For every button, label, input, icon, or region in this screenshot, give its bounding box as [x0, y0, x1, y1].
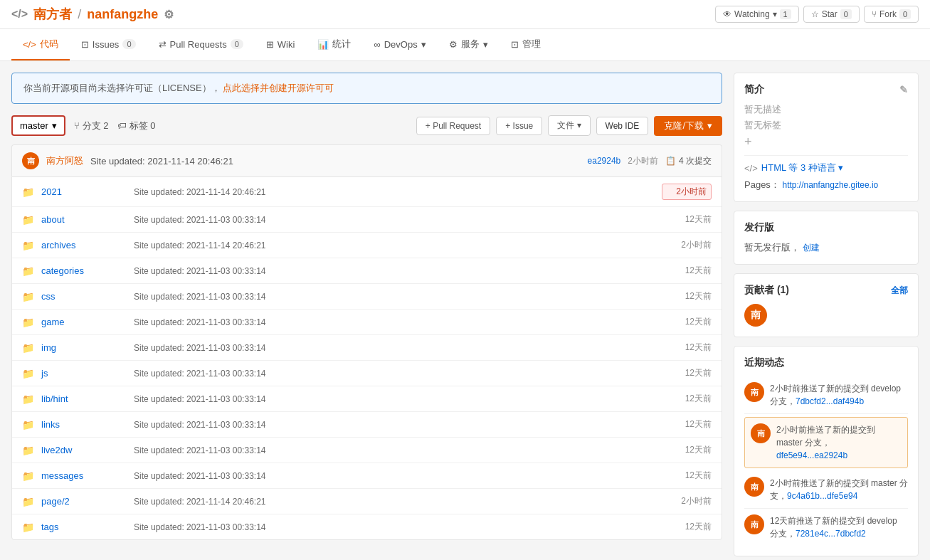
commit-author[interactable]: 南方阿怒: [46, 154, 83, 167]
file-name[interactable]: categories: [41, 265, 127, 276]
file-name[interactable]: page/2: [41, 496, 127, 507]
activity-link[interactable]: dfe5e94...ea2924b: [776, 450, 847, 460]
commit-count[interactable]: 📋 4 次提交: [665, 155, 712, 167]
commit-message: Site updated: 2021-11-14 20:46:21: [90, 156, 581, 167]
file-name[interactable]: game: [41, 317, 127, 327]
webide-button[interactable]: Web IDE: [596, 117, 649, 135]
tab-stats[interactable]: 📊 统计: [306, 29, 362, 60]
clone-button[interactable]: 克隆/下载 ▾: [654, 116, 722, 136]
create-release-link[interactable]: 创建: [803, 243, 820, 253]
file-name[interactable]: 2021: [41, 186, 127, 197]
branch-info: ⑂ 分支 2 🏷 标签 0: [74, 120, 156, 132]
file-name[interactable]: about: [41, 214, 127, 225]
tab-services[interactable]: ⚙ 服务 ▾: [438, 29, 500, 60]
activity-link[interactable]: 7dbcfd2...daf494b: [796, 396, 864, 406]
repo-name[interactable]: nanfangzhe: [87, 7, 158, 22]
watch-button[interactable]: 👁 Watching ▾ 1: [715, 6, 799, 23]
top-actions: 👁 Watching ▾ 1 ☆ Star 0 ⑂ Fork 0: [715, 6, 919, 23]
file-button[interactable]: 文件 ▾: [548, 115, 590, 136]
edit-icon[interactable]: ✎: [899, 84, 908, 95]
file-name[interactable]: img: [41, 342, 127, 353]
tab-devops[interactable]: ∞ DevOps ▾: [362, 29, 437, 60]
folder-icon: 📁: [22, 445, 34, 456]
tab-pullrequests[interactable]: ⇄ Pull Requests 0: [147, 29, 255, 60]
star-button[interactable]: ☆ Star 0: [803, 6, 860, 23]
issue-button[interactable]: + Issue: [496, 117, 542, 135]
file-name[interactable]: messages: [41, 470, 127, 481]
license-link[interactable]: 点此选择并创建开源许可可: [223, 83, 334, 93]
file-commit-msg: Site updated: 2021-11-14 20:46:21: [134, 187, 655, 197]
file-name[interactable]: tags: [41, 522, 127, 532]
tab-stats-label: 统计: [332, 38, 351, 51]
code-icon: </>: [23, 39, 36, 50]
star-count: 0: [840, 9, 852, 19]
file-row: 📁 2021 Site updated: 2021-11-14 20:46:21…: [12, 177, 722, 207]
file-row: 📁 js Site updated: 2021-11-03 00:33:14 1…: [12, 361, 722, 386]
activity-avatar: 南: [751, 423, 771, 443]
activity-item: 南 2小时前推送了新的提交到 master 分支，dfe5e94...ea292…: [744, 417, 908, 468]
activity-link[interactable]: 9c4a61b...dfe5e94: [787, 491, 857, 501]
fork-button[interactable]: ⑂ Fork 0: [864, 6, 919, 23]
folder-icon: 📁: [22, 240, 34, 251]
file-commit-msg: Site updated: 2021-11-03 00:33:14: [134, 394, 655, 404]
contributors-title-text: 贡献者 (1): [744, 284, 789, 297]
lang-dropdown-icon: ▾: [838, 162, 843, 173]
file-name[interactable]: css: [41, 291, 127, 302]
file-btn-label: 文件: [557, 120, 574, 130]
pages-label: Pages：: [744, 179, 780, 190]
folder-icon: 📁: [22, 419, 34, 430]
commit-hash[interactable]: ea2924b: [588, 156, 621, 166]
folder-icon: 📁: [22, 265, 34, 277]
pull-request-button[interactable]: + Pull Request: [416, 117, 490, 135]
repo-title: </> 南方者 / nanfangzhe ⚙: [11, 6, 174, 23]
tag-count[interactable]: 🏷 标签 0: [117, 120, 156, 132]
add-tag-icon[interactable]: +: [744, 134, 908, 149]
activity-title: 近期动态: [744, 356, 908, 369]
repo-owner[interactable]: 南方者: [33, 6, 72, 23]
file-name[interactable]: lib/hint: [41, 393, 127, 404]
language-label[interactable]: HTML 等 3 种语言 ▾: [761, 162, 844, 174]
file-name[interactable]: links: [41, 419, 127, 430]
file-name[interactable]: archives: [41, 240, 127, 250]
file-commit-msg: Site updated: 2021-11-03 00:33:14: [134, 266, 655, 276]
tab-wiki-label: Wiki: [278, 39, 295, 50]
settings-icon[interactable]: ⚙: [164, 8, 174, 21]
file-row: 📁 lib/hint Site updated: 2021-11-03 00:3…: [12, 386, 722, 412]
all-contributors-link[interactable]: 全部: [891, 285, 908, 297]
sidebar: 简介 ✎ 暂无描述 暂无标签 + </> HTML 等 3 种语言 ▾ Page…: [734, 73, 919, 560]
file-name[interactable]: js: [41, 368, 127, 379]
file-row: 📁 live2dw Site updated: 2021-11-03 00:33…: [12, 438, 722, 463]
tab-code[interactable]: </> 代码: [11, 29, 70, 60]
file-dropdown-icon: ▾: [577, 120, 581, 130]
activity-link[interactable]: 7281e4c...7dbcfd2: [796, 529, 866, 539]
file-time: 2小时前: [662, 239, 712, 251]
activity-text: 12天前推送了新的提交到 develop 分支，7281e4c...7dbcfd…: [770, 514, 908, 540]
activity-avatar: 南: [744, 382, 764, 402]
no-description: 暂无描述: [744, 103, 908, 116]
tab-wiki[interactable]: ⊞ Wiki: [255, 29, 307, 60]
branch-select-button[interactable]: master ▾: [11, 115, 65, 136]
file-commit-msg: Site updated: 2021-11-03 00:33:14: [134, 343, 655, 353]
devops-icon: ∞: [374, 39, 380, 50]
file-time: 12天前: [662, 342, 712, 354]
watch-eye-icon: 👁: [723, 9, 731, 19]
activity-title-text: 近期动态: [744, 356, 784, 369]
issues-badge: 0: [122, 39, 135, 49]
tab-manage[interactable]: ⊡ 管理: [500, 29, 552, 60]
file-commit-msg: Site updated: 2021-11-14 20:46:21: [134, 497, 655, 507]
branch-count[interactable]: ⑂ 分支 2: [74, 120, 109, 132]
activity-text: 2小时前推送了新的提交到 master 分支，9c4a61b...dfe5e94: [770, 477, 908, 502]
services-dropdown-icon: ▾: [483, 39, 488, 50]
content-area: 你当前开源项目尚未选择许可证（LICENSE）， 点此选择并创建开源许可可 ma…: [11, 73, 722, 560]
file-name[interactable]: live2dw: [41, 445, 127, 455]
folder-icon: 📁: [22, 522, 34, 533]
file-time: 2小时前: [662, 184, 712, 200]
manage-icon: ⊡: [511, 39, 519, 50]
file-commit-msg: Site updated: 2021-11-03 00:33:14: [134, 317, 655, 327]
tab-issues[interactable]: ⊡ Issues 0: [70, 29, 147, 60]
pages-link[interactable]: http://nanfangzhe.gitee.io: [783, 180, 879, 190]
contributor-avatar[interactable]: 南: [744, 304, 767, 327]
activity-text: 2小时前推送了新的提交到 master 分支，dfe5e94...ea2924b: [776, 423, 902, 462]
stats-icon: 📊: [317, 39, 329, 50]
sidebar-releases: 发行版 暂无发行版， 创建: [734, 211, 919, 265]
